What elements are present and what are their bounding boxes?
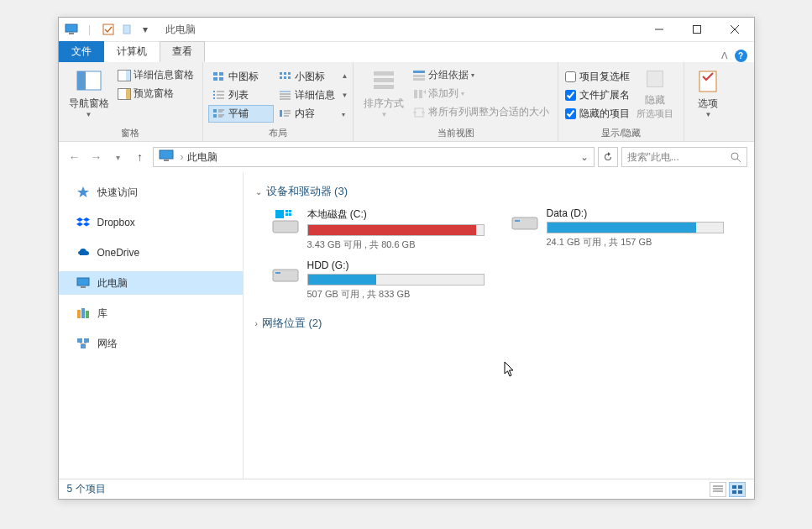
svg-rect-63 [81, 286, 86, 288]
layout-list[interactable]: 列表 [208, 86, 274, 104]
svg-rect-87 [732, 490, 736, 494]
svg-rect-37 [213, 114, 217, 118]
group-by-button[interactable]: 分组依据 ▾ [409, 66, 553, 84]
checkbox-hidden-items[interactable]: 隐藏的项目 [563, 106, 631, 122]
ribbon-group-show-hide: 项目复选框 文件扩展名 隐藏的项目 隐藏 所选项目 显示/隐藏 [558, 62, 684, 141]
network-icon [76, 336, 91, 351]
breadcrumb-location[interactable]: 此电脑 [187, 150, 217, 165]
tab-computer[interactable]: 计算机 [104, 41, 160, 62]
help-icon[interactable]: ? [735, 50, 747, 62]
svg-rect-50 [414, 90, 417, 98]
details-pane-button[interactable]: 详细信息窗格 [114, 66, 197, 84]
view-tiles-toggle[interactable] [729, 482, 746, 497]
svg-rect-23 [288, 76, 291, 79]
preview-pane-label: 预览窗格 [134, 86, 174, 101]
svg-rect-34 [213, 109, 217, 113]
tab-file[interactable]: 文件 [59, 41, 104, 62]
sidebar-item-this-pc[interactable]: 此电脑 [59, 271, 243, 295]
svg-rect-73 [275, 210, 284, 218]
sort-button[interactable]: 排序方式 ▼ [359, 65, 409, 122]
checkbox-item-checkboxes[interactable]: 项目复选框 [563, 69, 631, 85]
sidebar-item-label: 网络 [97, 337, 118, 351]
drive-c[interactable]: 本地磁盘 (C:) 3.43 GB 可用 , 共 80.6 GB [270, 207, 485, 251]
svg-rect-78 [512, 217, 537, 229]
breadcrumb-sep[interactable]: › [177, 151, 187, 163]
svg-rect-62 [77, 278, 89, 285]
qa-blank-icon[interactable] [118, 21, 135, 38]
close-button[interactable] [716, 18, 754, 42]
svg-rect-47 [413, 71, 425, 73]
minimize-button[interactable] [641, 18, 678, 42]
layout-scroll-down[interactable]: ▼ [342, 92, 348, 99]
svg-rect-19 [284, 72, 286, 75]
address-dropdown[interactable]: ⌄ [577, 151, 592, 163]
layout-medium-icons[interactable]: 中图标 [208, 68, 274, 86]
svg-rect-1 [69, 33, 74, 34]
svg-rect-24 [213, 91, 215, 92]
nav-pane-label: 导航窗格 [69, 97, 109, 111]
group-label-layout: 布局 [208, 125, 348, 141]
svg-line-61 [737, 159, 741, 162]
content-area: ⌄ 设备和驱动器 (3) 本地磁盘 (C:) 3.43 GB 可用 , 共 80… [244, 172, 754, 479]
svg-rect-17 [219, 77, 223, 81]
svg-line-71 [83, 343, 86, 344]
layout-tiles[interactable]: 平铺 [208, 105, 274, 123]
refresh-button[interactable] [598, 147, 618, 167]
svg-rect-65 [81, 308, 85, 318]
qa-properties-icon[interactable] [100, 21, 117, 38]
maximize-button[interactable] [678, 18, 716, 42]
checkbox-filename-ext[interactable]: 文件扩展名 [563, 87, 631, 103]
sidebar-item-network[interactable]: 网络 [59, 332, 243, 355]
sidebar-item-libraries[interactable]: 库 [59, 301, 243, 325]
layout-details[interactable]: 详细信息 [275, 86, 340, 104]
back-button[interactable]: ← [65, 148, 84, 166]
svg-rect-48 [413, 75, 425, 77]
sidebar: 快速访问 Dropbox OneDrive 此电脑 库 网络 [59, 172, 244, 479]
sidebar-item-onedrive[interactable]: OneDrive [59, 241, 243, 264]
drive-usage-bar [547, 222, 724, 233]
nav-pane-button[interactable]: 导航窗格 ▼ [64, 65, 114, 122]
options-button[interactable]: 选项 ▼ [689, 65, 726, 122]
tab-view[interactable]: 查看 [160, 41, 205, 62]
fit-columns-label: 将所有列调整为合适的大小 [428, 105, 549, 119]
statusbar-text: 5 个项目 [67, 482, 106, 496]
sidebar-item-dropbox[interactable]: Dropbox [59, 211, 243, 234]
svg-rect-9 [77, 71, 86, 90]
layout-small-icons[interactable]: 小图标 [275, 68, 340, 86]
group-header-network[interactable]: › 网络位置 (2) [255, 312, 742, 334]
svg-rect-72 [273, 221, 298, 233]
view-details-toggle[interactable] [710, 482, 726, 497]
add-columns-icon: + [412, 87, 426, 101]
layout-expand[interactable]: ▾ [342, 111, 348, 118]
drive-g[interactable]: HDD (G:) 507 GB 可用 , 共 833 GB [270, 259, 485, 301]
svg-rect-16 [213, 77, 217, 81]
group-label-current-view: 当前视图 [359, 125, 553, 141]
qa-separator: | [81, 21, 98, 38]
qa-dropdown[interactable]: ▾ [137, 21, 154, 38]
svg-rect-45 [374, 78, 394, 82]
ribbon-collapse-icon[interactable]: ᐱ [721, 50, 728, 61]
address-row: ← → ▾ ↑ › 此电脑 ⌄ 搜索"此电... [59, 142, 754, 172]
svg-rect-22 [284, 76, 286, 79]
layout-content[interactable]: 内容 [275, 105, 340, 123]
svg-rect-58 [160, 150, 173, 159]
svg-rect-26 [213, 94, 215, 96]
recent-dropdown[interactable]: ▾ [109, 148, 128, 166]
search-input[interactable]: 搜索"此电... [621, 147, 747, 167]
drive-d[interactable]: Data (D:) 24.1 GB 可用 , 共 157 GB [510, 207, 724, 251]
group-header-drives[interactable]: ⌄ 设备和驱动器 (3) [255, 181, 742, 202]
window-title: 此电脑 [165, 23, 196, 37]
preview-pane-button[interactable]: 预览窗格 [114, 85, 197, 102]
drive-usage-bar [307, 274, 485, 285]
sidebar-item-quick-access[interactable]: 快速访问 [59, 181, 243, 204]
layout-scroll-up[interactable]: ▲ [342, 72, 348, 80]
up-button[interactable]: ↑ [131, 148, 149, 166]
svg-rect-74 [286, 210, 288, 212]
drive-name: Data (D:) [547, 207, 724, 219]
hide-selected-label: 隐藏 [645, 93, 665, 107]
svg-rect-75 [289, 210, 291, 212]
address-bar[interactable]: › 此电脑 ⌄ [153, 147, 595, 167]
ribbon-tabs: 文件 计算机 查看 ᐱ ? [59, 42, 754, 62]
svg-text:+: + [423, 88, 426, 97]
statusbar: 5 个项目 [59, 479, 754, 499]
